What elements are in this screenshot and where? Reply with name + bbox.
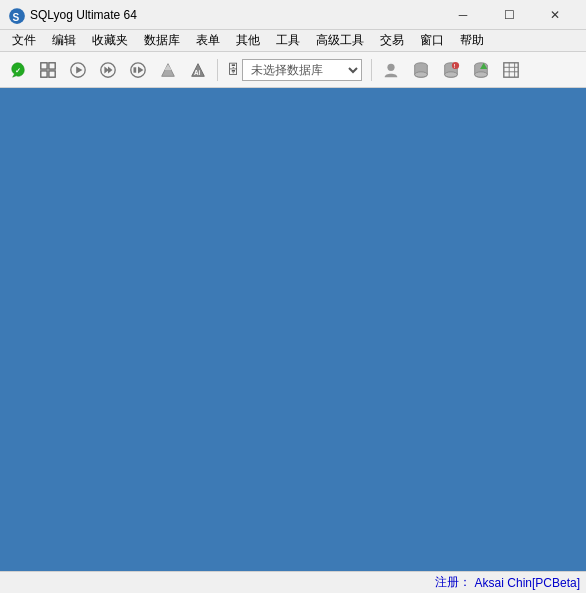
menu-help[interactable]: 帮助	[452, 30, 492, 52]
maximize-button[interactable]: ☐	[486, 0, 532, 30]
ai-button[interactable]: Ai	[184, 56, 212, 84]
app-title: SQLyog Ultimate 64	[30, 8, 440, 22]
svg-text:S: S	[13, 11, 20, 22]
run-all-button[interactable]	[94, 56, 122, 84]
run-button[interactable]	[64, 56, 92, 84]
status-text: 注册：	[435, 574, 474, 591]
svg-marker-11	[108, 66, 113, 73]
menu-edit[interactable]: 编辑	[44, 30, 84, 52]
menu-tools[interactable]: 工具	[268, 30, 308, 52]
close-button[interactable]: ✕	[532, 0, 578, 30]
svg-marker-16	[164, 64, 171, 69]
svg-rect-3	[41, 62, 47, 68]
status-bar: 注册： Aksai Chin[PCBeta]	[0, 571, 586, 593]
database-dropdown[interactable]: 未选择数据库	[242, 59, 362, 81]
db2-button[interactable]: !	[437, 56, 465, 84]
grid-button[interactable]	[34, 56, 62, 84]
table-view-button[interactable]	[497, 56, 525, 84]
svg-text:Ai: Ai	[194, 69, 201, 76]
user-button[interactable]	[377, 56, 405, 84]
svg-rect-28	[504, 62, 518, 76]
menu-transaction[interactable]: 交易	[372, 30, 412, 52]
registration-link[interactable]: Aksai Chin[PCBeta]	[475, 576, 580, 590]
window-controls: ─ ☐ ✕	[440, 0, 578, 30]
svg-point-19	[387, 63, 394, 70]
svg-point-21	[415, 71, 428, 76]
minimize-button[interactable]: ─	[440, 0, 486, 30]
main-content-area	[0, 88, 586, 571]
svg-marker-8	[76, 66, 82, 73]
svg-point-27	[475, 71, 488, 76]
svg-text:✓: ✓	[15, 65, 21, 74]
app-icon: S	[8, 7, 24, 23]
menu-window[interactable]: 窗口	[412, 30, 452, 52]
db-selector-icon: 🗄	[227, 62, 240, 77]
db3-button[interactable]	[467, 56, 495, 84]
run-selected-button[interactable]	[124, 56, 152, 84]
menu-other[interactable]: 其他	[228, 30, 268, 52]
svg-rect-6	[49, 70, 55, 76]
connect-button[interactable]: ✓	[4, 56, 32, 84]
svg-rect-4	[49, 62, 55, 68]
toolbar-separator-2	[371, 59, 372, 81]
menu-advanced-tools[interactable]: 高级工具	[308, 30, 372, 52]
schema-button[interactable]	[154, 56, 182, 84]
menu-database[interactable]: 数据库	[136, 30, 188, 52]
svg-rect-13	[134, 67, 137, 72]
svg-rect-5	[41, 70, 47, 76]
svg-point-23	[445, 71, 458, 76]
svg-text:!: !	[454, 63, 456, 69]
menu-file[interactable]: 文件	[4, 30, 44, 52]
menu-bar: 文件 编辑 收藏夹 数据库 表单 其他 工具 高级工具 交易 窗口 帮助	[0, 30, 586, 52]
db1-button[interactable]	[407, 56, 435, 84]
toolbar-separator-1	[217, 59, 218, 81]
db-selector: 🗄 未选择数据库	[227, 59, 362, 81]
menu-table[interactable]: 表单	[188, 30, 228, 52]
title-bar: S SQLyog Ultimate 64 ─ ☐ ✕	[0, 0, 586, 30]
menu-favorites[interactable]: 收藏夹	[84, 30, 136, 52]
toolbar: ✓	[0, 52, 586, 88]
svg-marker-14	[138, 66, 143, 73]
